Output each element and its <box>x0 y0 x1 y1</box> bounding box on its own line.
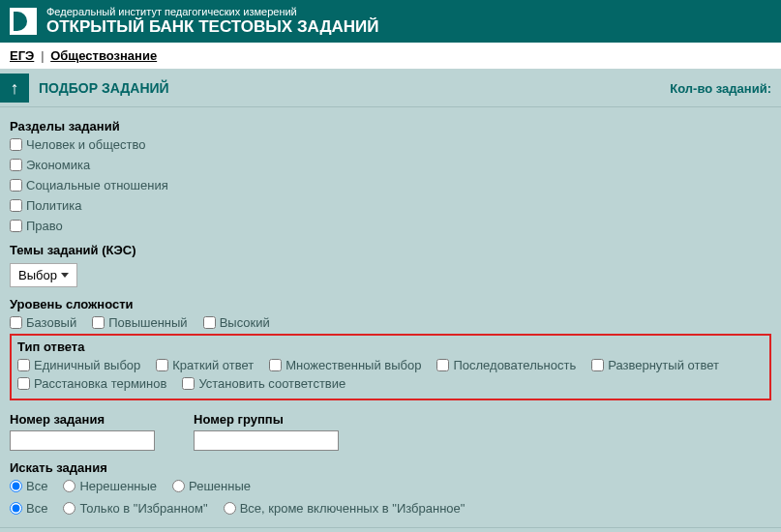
fav-except[interactable]: Все, кроме включенных в "Избранное" <box>224 501 466 516</box>
section-pravo[interactable]: Право <box>10 219 63 233</box>
search-unsolved[interactable]: Нерешенные <box>63 479 157 493</box>
footer-buttons: НАЙТИ СБРОСИТЬ ФИЛЬТР <box>0 527 781 532</box>
group-number-input[interactable] <box>194 430 339 451</box>
section-ekonomika[interactable]: Экономика <box>10 158 90 172</box>
breadcrumb-ege[interactable]: ЕГЭ <box>10 48 34 63</box>
difficulty-basic[interactable]: Базовый <box>10 315 76 330</box>
task-number-input[interactable] <box>10 430 155 451</box>
collapse-arrow-icon[interactable]: ↑ <box>0 74 29 103</box>
answer-short-checkbox[interactable] <box>156 359 168 371</box>
header-title: ОТКРЫТЫЙ БАНК ТЕСТОВЫХ ЗАДАНИЙ <box>46 17 379 37</box>
search-solved[interactable]: Решенные <box>172 479 251 493</box>
header-text: Федеральный институт педагогических изме… <box>46 6 379 37</box>
chevron-down-icon <box>61 273 69 278</box>
answer-match[interactable]: Установить соответствие <box>182 376 345 391</box>
search-solved-radio[interactable] <box>172 480 185 492</box>
sections-label: Разделы заданий <box>10 119 771 133</box>
section-chelovek[interactable]: Человек и общество <box>10 137 146 152</box>
answer-single[interactable]: Единичный выбор <box>17 358 140 372</box>
section-politika[interactable]: Политика <box>10 198 82 213</box>
breadcrumb-subject[interactable]: Обществознание <box>50 48 157 63</box>
filter-content: Разделы заданий Человек и общество Эконо… <box>0 107 781 527</box>
page: ↑ ПОДБОР ЗАДАНИЙ Кол-во заданий: Разделы… <box>0 70 781 532</box>
section-social[interactable]: Социальные отношения <box>10 178 168 192</box>
page-title: ПОДБОР ЗАДАНИЙ <box>39 80 169 96</box>
difficulty-high[interactable]: Высокий <box>203 315 270 330</box>
task-count-label: Кол-во заданий: <box>670 81 771 96</box>
search-all-radio[interactable] <box>10 480 22 492</box>
header: Федеральный институт педагогических изме… <box>0 0 781 43</box>
answer-short[interactable]: Краткий ответ <box>156 358 254 372</box>
answer-extended-checkbox[interactable] <box>591 359 604 371</box>
section-social-checkbox[interactable] <box>10 179 22 192</box>
difficulty-elevated-checkbox[interactable] <box>92 316 105 329</box>
difficulty-label: Уровень сложности <box>10 297 771 311</box>
themes-select-label: Выбор <box>18 268 57 282</box>
themes-label: Темы заданий (КЭС) <box>10 243 771 257</box>
difficulty-elevated[interactable]: Повышенный <box>92 315 187 330</box>
answer-type-highlight: Тип ответа Единичный выбор Краткий ответ… <box>10 334 771 400</box>
search-all[interactable]: Все <box>10 479 47 493</box>
answer-multiple-checkbox[interactable] <box>269 359 282 371</box>
fav-only-radio[interactable] <box>63 502 75 515</box>
answer-sequence-checkbox[interactable] <box>436 359 449 371</box>
difficulty-basic-checkbox[interactable] <box>10 316 22 329</box>
answer-type-label: Тип ответа <box>17 340 764 354</box>
answer-multiple[interactable]: Множественный выбор <box>269 358 421 372</box>
task-number-label: Номер задания <box>10 412 155 427</box>
fav-only[interactable]: Только в "Избранном" <box>63 501 207 516</box>
title-row: ↑ ПОДБОР ЗАДАНИЙ Кол-во заданий: <box>0 70 781 107</box>
search-unsolved-radio[interactable] <box>63 480 75 492</box>
logo-icon <box>10 8 37 35</box>
breadcrumb-separator: | <box>41 48 45 63</box>
fav-all-radio[interactable] <box>10 502 22 515</box>
group-number-label: Номер группы <box>194 412 339 427</box>
themes-select[interactable]: Выбор <box>10 263 77 287</box>
answer-terms-checkbox[interactable] <box>17 377 30 390</box>
answer-extended[interactable]: Развернутый ответ <box>591 358 719 372</box>
section-ekonomika-checkbox[interactable] <box>10 159 22 171</box>
answer-single-checkbox[interactable] <box>17 359 30 371</box>
section-politika-checkbox[interactable] <box>10 199 22 212</box>
search-tasks-label: Искать задания <box>10 460 771 475</box>
header-subtitle: Федеральный институт педагогических изме… <box>46 6 379 17</box>
answer-match-checkbox[interactable] <box>182 377 195 390</box>
difficulty-high-checkbox[interactable] <box>203 316 216 329</box>
answer-sequence[interactable]: Последовательность <box>436 358 576 372</box>
fav-all[interactable]: Все <box>10 501 47 516</box>
answer-terms[interactable]: Расстановка терминов <box>17 376 166 391</box>
section-pravo-checkbox[interactable] <box>10 220 22 232</box>
section-chelovek-checkbox[interactable] <box>10 138 22 151</box>
breadcrumb: ЕГЭ | Обществознание <box>0 43 781 70</box>
fav-except-radio[interactable] <box>224 502 236 515</box>
